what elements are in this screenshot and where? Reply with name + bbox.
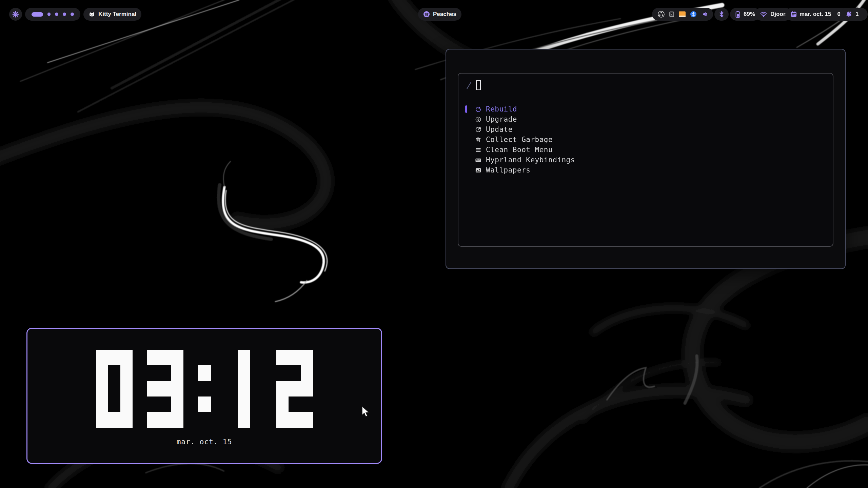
launcher-item-clean-boot-menu[interactable]: Clean Boot Menu xyxy=(458,145,833,155)
item-label: Update xyxy=(486,125,513,134)
item-label: Wallpapers xyxy=(486,166,530,174)
bluetooth-icon xyxy=(718,11,725,18)
flower-icon xyxy=(12,11,19,18)
volume-pill[interactable] xyxy=(698,8,712,21)
notifications-pill[interactable]: 1 xyxy=(840,8,864,21)
clock-time-display xyxy=(96,350,313,428)
item-label: Clean Boot Menu xyxy=(486,146,553,154)
launcher-item-wallpapers[interactable]: Wallpapers xyxy=(458,165,833,175)
launcher-search-box: / Rebuild Upgra xyxy=(458,73,833,247)
selection-indicator xyxy=(465,105,467,113)
list-icon xyxy=(475,147,481,153)
workspace-dot[interactable] xyxy=(55,13,58,16)
clock-glyph-colon xyxy=(198,350,211,428)
clock-glyph-0 xyxy=(96,350,133,428)
rebuild-icon xyxy=(475,106,481,113)
active-window-pill[interactable]: Kitty Terminal xyxy=(83,8,141,21)
datetime-date: mar. oct. 15 xyxy=(800,11,831,18)
obs-icon[interactable] xyxy=(657,11,665,18)
battery-percent: 69% xyxy=(744,11,755,18)
clock-widget: mar. oct. 15 xyxy=(26,328,382,464)
bell-icon xyxy=(845,11,852,18)
workspaces-widget[interactable] xyxy=(25,8,80,21)
orange-app-icon[interactable] xyxy=(678,11,686,18)
battery-icon xyxy=(735,11,741,18)
workspace-dot[interactable] xyxy=(63,13,66,16)
workspace-dot[interactable] xyxy=(47,13,51,16)
calendar-icon xyxy=(790,11,797,18)
wifi-icon xyxy=(760,11,767,17)
launcher-item-hyprland-keybindings[interactable]: Hyprland Keybindings xyxy=(458,155,833,165)
update-icon xyxy=(475,126,481,133)
launcher-item-rebuild[interactable]: Rebuild xyxy=(458,104,833,114)
launcher-item-upgrade[interactable]: Upgrade xyxy=(458,114,833,124)
bluetooth-pill[interactable] xyxy=(714,8,729,21)
keyboard-icon xyxy=(475,157,481,163)
item-label: Hyprland Keybindings xyxy=(486,156,575,164)
mouse-cursor xyxy=(361,406,372,418)
launcher-item-list: Rebuild Upgrade Update xyxy=(458,104,833,175)
clock-glyph-2 xyxy=(276,350,313,428)
trash-icon xyxy=(475,137,481,143)
cat-icon xyxy=(88,11,95,18)
network-ssid: Djoon xyxy=(770,11,787,18)
media-title: Peaches xyxy=(433,11,456,18)
clock-glyph-1 xyxy=(225,350,262,428)
text-cursor xyxy=(476,80,481,90)
clock-date: mar. oct. 15 xyxy=(177,438,232,446)
search-row[interactable]: / xyxy=(467,78,481,92)
item-label: Rebuild xyxy=(486,105,517,113)
launcher-item-update[interactable]: Update xyxy=(458,124,833,135)
search-separator xyxy=(466,94,824,94)
launcher-item-collect-garbage[interactable]: Collect Garbage xyxy=(458,135,833,145)
desktop: Kitty Terminal Peaches xyxy=(0,0,868,488)
active-window-title: Kitty Terminal xyxy=(98,11,136,18)
prompt-symbol: / xyxy=(466,80,473,90)
upgrade-icon xyxy=(475,116,481,123)
launcher-window: / Rebuild Upgra xyxy=(446,49,846,269)
bluetooth-tray-icon[interactable] xyxy=(690,11,697,18)
clock-glyph-3 xyxy=(147,350,183,428)
speaker-icon xyxy=(702,11,709,18)
notification-count: 1 xyxy=(855,11,859,18)
workspace-dot[interactable] xyxy=(71,13,74,16)
media-pill[interactable]: Peaches xyxy=(418,8,461,21)
launcher-button[interactable] xyxy=(9,8,22,21)
spotify-icon xyxy=(423,11,430,18)
workspace-active-pill[interactable] xyxy=(32,12,43,17)
app-square-icon[interactable] xyxy=(669,11,674,18)
image-icon xyxy=(475,167,481,174)
item-label: Collect Garbage xyxy=(486,136,553,144)
item-label: Upgrade xyxy=(486,115,517,123)
